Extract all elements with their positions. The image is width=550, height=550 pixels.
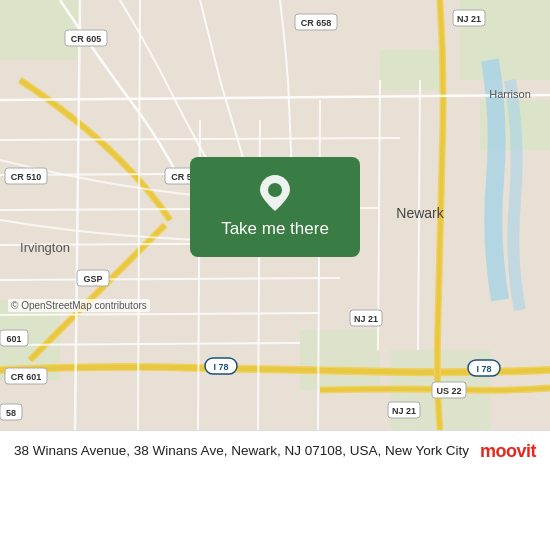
svg-text:CR 605: CR 605 [71,34,102,44]
map-area: CR 658 NJ 21 CR 605 CR 510 CR 50 Irvingt… [0,0,550,430]
svg-rect-3 [380,50,440,90]
moovit-logo-text: moovit [480,441,536,462]
svg-text:US 22: US 22 [436,386,461,396]
address-text: 38 Winans Avenue, 38 Winans Ave, Newark,… [14,443,469,458]
svg-text:CR 601: CR 601 [11,372,42,382]
svg-text:Harrison: Harrison [489,88,531,100]
svg-text:601: 601 [6,334,21,344]
svg-text:CR 510: CR 510 [11,172,42,182]
svg-text:I 78: I 78 [213,362,228,372]
svg-text:NJ 21: NJ 21 [392,406,416,416]
svg-text:CR 658: CR 658 [301,18,332,28]
info-bar: 38 Winans Avenue, 38 Winans Ave, Newark,… [0,430,550,550]
osm-credit: © OpenStreetMap contributors [8,299,150,312]
address-block: 38 Winans Avenue, 38 Winans Ave, Newark,… [14,441,470,461]
svg-text:NJ 21: NJ 21 [457,14,481,24]
map-pin-icon [257,175,293,211]
moovit-logo: moovit [470,441,536,462]
svg-text:Irvington: Irvington [20,240,70,255]
svg-text:Newark: Newark [396,205,444,221]
map-overlay-card: Take me there [190,157,360,257]
svg-text:58: 58 [6,408,16,418]
svg-text:I 78: I 78 [476,364,491,374]
svg-point-54 [268,183,282,197]
svg-rect-6 [300,330,380,390]
svg-text:GSP: GSP [83,274,102,284]
svg-text:NJ 21: NJ 21 [354,314,378,324]
take-me-there-button[interactable]: Take me there [221,219,329,239]
app-container: CR 658 NJ 21 CR 605 CR 510 CR 50 Irvingt… [0,0,550,550]
